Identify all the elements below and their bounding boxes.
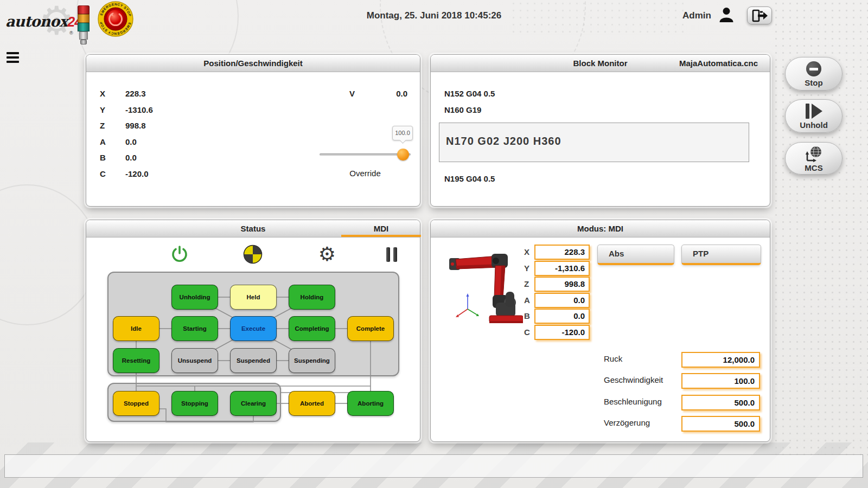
modus-panel-title: Modus: MDI [431,224,770,233]
override-value-tooltip: 100.0 [392,126,413,140]
state-unholding: Unholding [171,285,218,310]
axis-c-label: C [100,169,106,178]
override-slider-thumb[interactable] [397,149,409,160]
state-suspending: Suspending [289,348,335,373]
state-execute: Execute [230,316,277,341]
beschleunigung-field[interactable]: 500.0 [681,395,760,410]
logged-in-user-label: Admin [682,10,711,21]
state-unsuspend: Unsuspend [171,348,218,373]
axis-a-label: A [100,137,106,146]
cnc-line-prev: N160 G19 [444,105,481,114]
abs-mode-button[interactable]: Abs [597,245,674,265]
state-clearing: Clearing [230,391,277,416]
axis-z-value: 998.8 [125,121,146,130]
cnc-line-next: N195 G04 0.5 [444,174,495,183]
mcs-button-label: MCS [786,163,842,172]
balance-icon [242,245,264,264]
background-ring [0,184,98,325]
cnc-current-block: N170 G02 J200 H360 [439,123,749,162]
mdi-axis-a-label: A [524,296,534,305]
robot-arm-image [442,242,523,335]
status-panel-titlebar: Status MDI [86,220,420,237]
modus-panel-titlebar: Modus: MDI [431,220,770,237]
block-monitor-titlebar: Block Monitor MajaAutomatica.cnc [431,55,770,72]
power-icon [169,245,190,264]
mdi-axis-b-label: B [524,311,534,320]
axis-y-value: -1310.6 [125,105,153,114]
ruck-label: Ruck [604,354,622,363]
mdi-axis-x-label: X [524,247,534,256]
stop-icon [786,60,842,78]
cnc-current-line: N170 G02 J200 H360 [446,135,561,147]
velocity-value: 0.0 [353,89,407,98]
state-stopped: Stopped [113,391,159,416]
cnc-line-prev: N152 G04 0.5 [444,89,495,98]
tab-mdi[interactable]: MDI [341,224,421,233]
axis-b-value: 0.0 [125,153,137,162]
mdi-axis-x-field[interactable]: 228.3 [534,245,590,260]
geschwindigkeit-field[interactable]: 100.0 [681,373,760,389]
mcs-button[interactable]: MCS [785,142,843,175]
state-suspended: Suspended [230,348,277,373]
position-panel-titlebar: Position/Geschwindigkeit [86,55,420,72]
status-panel: Status MDI ⚙ [86,220,420,442]
axis-a-value: 0.0 [125,137,137,146]
pause-icon [381,245,403,264]
block-monitor-panel: Block Monitor MajaAutomatica.cnc N152 G0… [430,54,770,207]
logo-registered-mark: ® [69,30,73,36]
state-starting: Starting [171,316,218,341]
active-tab-indicator [341,235,421,237]
state-complete: Complete [347,316,394,341]
ruck-field[interactable]: 12,000.0 [681,352,760,368]
stop-button[interactable]: Stop [785,57,843,91]
ptp-mode-button[interactable]: PTP [681,245,761,265]
modus-panel: Modus: MDI [430,220,770,442]
axis-z-label: Z [100,121,105,130]
state-completing: Completing [289,316,335,341]
mdi-axis-a-field[interactable]: 0.0 [534,293,590,308]
unhold-button[interactable]: Unhold [785,99,843,133]
state-stopping: Stopping [171,391,218,416]
axis-b-label: B [100,153,106,162]
position-panel: Position/Geschwindigkeit X228.3 Y-1310.6… [86,54,420,207]
user-avatar-icon[interactable] [718,6,735,23]
signal-teal-segment [78,23,90,31]
mdi-axis-z-label: Z [524,279,534,288]
state-held: Held [230,285,277,310]
beschleunigung-label: Beschleunigung [604,397,662,406]
signal-tower-base [79,31,88,40]
datetime-label: Montag, 25. Juni 2018 10:45:26 [0,10,868,21]
unhold-icon [786,102,842,120]
signal-tower-nut [80,40,87,44]
verzoegerung-field[interactable]: 500.0 [681,416,760,432]
state-holding: Holding [289,285,335,310]
mcs-globe-icon [786,145,842,163]
axis-x-value: 228.3 [125,89,146,98]
unhold-button-label: Unhold [786,120,842,130]
gear-icon: ⚙ [316,245,338,264]
state-aborting: Aborting [347,391,394,416]
mdi-axis-y-label: Y [524,264,534,273]
mdi-axis-c-field[interactable]: -120.0 [534,325,590,340]
position-panel-title: Position/Geschwindigkeit [86,59,420,68]
mdi-axis-y-field[interactable]: -1,310.6 [534,261,590,276]
stop-button-label: Stop [786,78,842,87]
state-resetting: Resetting [113,348,159,373]
axis-y-label: Y [100,105,105,114]
logout-button[interactable] [747,7,772,24]
mdi-axis-z-field[interactable]: 998.8 [534,277,590,292]
geschwindigkeit-label: Geschwindigkeit [604,375,663,384]
override-label: Override [320,169,411,178]
mdi-axis-c-label: C [524,328,534,337]
state-idle: Idle [113,316,159,341]
verzoegerung-label: Verzögerung [604,418,650,427]
app-root: ⚙ autonox24 ® EMERGENCY STOP EMERGENCY S… [0,0,868,488]
mdi-axis-b-field[interactable]: 0.0 [534,309,590,324]
coordinate-axes-icon [456,293,479,317]
axis-c-value: -120.0 [125,169,149,178]
cnc-file-name: MajaAutomatica.cnc [679,59,758,68]
state-machine-diagram: Unholding Held Holding Idle Starting Exe… [106,269,421,434]
message-bar [4,454,863,478]
logout-icon [751,9,768,22]
main-menu-button[interactable] [7,52,20,65]
